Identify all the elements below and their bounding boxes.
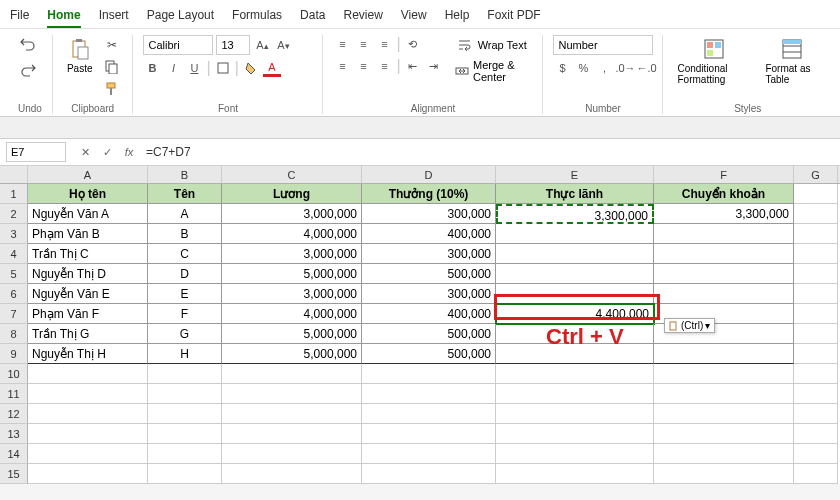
cell-F1[interactable]: Chuyển khoản bbox=[654, 184, 794, 204]
cell-D15[interactable] bbox=[362, 464, 496, 484]
cell-D4[interactable]: 300,000 bbox=[362, 244, 496, 264]
cell-B12[interactable] bbox=[148, 404, 222, 424]
underline-button[interactable]: U bbox=[185, 59, 203, 77]
align-left-icon[interactable]: ≡ bbox=[333, 57, 351, 75]
cell-B11[interactable] bbox=[148, 384, 222, 404]
cell-C15[interactable] bbox=[222, 464, 362, 484]
orientation-icon[interactable]: ⟲ bbox=[404, 35, 422, 53]
cell-A7[interactable]: Phạm Văn F bbox=[28, 304, 148, 324]
cell-B10[interactable] bbox=[148, 364, 222, 384]
cell-E8[interactable] bbox=[496, 324, 654, 344]
menu-file[interactable]: File bbox=[10, 4, 29, 28]
row-header[interactable]: 4 bbox=[0, 244, 28, 264]
row-header[interactable]: 1 bbox=[0, 184, 28, 204]
col-header-C[interactable]: C bbox=[222, 166, 362, 183]
cell-A1[interactable]: Họ tên bbox=[28, 184, 148, 204]
currency-icon[interactable]: $ bbox=[553, 59, 571, 77]
cell-E7[interactable]: 4,400,000 bbox=[496, 304, 654, 324]
cell-A6[interactable]: Nguyễn Văn E bbox=[28, 284, 148, 304]
cell-C4[interactable]: 3,000,000 bbox=[222, 244, 362, 264]
cell-C13[interactable] bbox=[222, 424, 362, 444]
cell-G9[interactable] bbox=[794, 344, 838, 364]
cell-D5[interactable]: 500,000 bbox=[362, 264, 496, 284]
cell-A14[interactable] bbox=[28, 444, 148, 464]
cell-A9[interactable]: Nguyễn Thị H bbox=[28, 344, 148, 364]
cell-E14[interactable] bbox=[496, 444, 654, 464]
cell-F9[interactable] bbox=[654, 344, 794, 364]
cell-A13[interactable] bbox=[28, 424, 148, 444]
cell-D10[interactable] bbox=[362, 364, 496, 384]
cell-G13[interactable] bbox=[794, 424, 838, 444]
cancel-formula-icon[interactable]: ✕ bbox=[76, 143, 94, 161]
cell-D11[interactable] bbox=[362, 384, 496, 404]
align-bottom-icon[interactable]: ≡ bbox=[375, 35, 393, 53]
cell-C12[interactable] bbox=[222, 404, 362, 424]
menu-formulas[interactable]: Formulas bbox=[232, 4, 282, 28]
increase-indent-icon[interactable]: ⇥ bbox=[425, 57, 443, 75]
menu-insert[interactable]: Insert bbox=[99, 4, 129, 28]
align-top-icon[interactable]: ≡ bbox=[333, 35, 351, 53]
cell-G1[interactable] bbox=[794, 184, 838, 204]
row-header[interactable]: 6 bbox=[0, 284, 28, 304]
cell-F10[interactable] bbox=[654, 364, 794, 384]
number-format-select[interactable] bbox=[553, 35, 653, 55]
col-header-F[interactable]: F bbox=[654, 166, 794, 183]
cell-G7[interactable] bbox=[794, 304, 838, 324]
row-header[interactable]: 3 bbox=[0, 224, 28, 244]
cell-E10[interactable] bbox=[496, 364, 654, 384]
cell-B9[interactable]: H bbox=[148, 344, 222, 364]
copy-icon[interactable] bbox=[102, 57, 122, 77]
cell-C11[interactable] bbox=[222, 384, 362, 404]
increase-decimal-icon[interactable]: .0→ bbox=[616, 59, 634, 77]
fill-color-button[interactable] bbox=[242, 59, 260, 77]
align-right-icon[interactable]: ≡ bbox=[375, 57, 393, 75]
cell-D13[interactable] bbox=[362, 424, 496, 444]
row-header[interactable]: 14 bbox=[0, 444, 28, 464]
cell-D1[interactable]: Thưởng (10%) bbox=[362, 184, 496, 204]
enter-formula-icon[interactable]: ✓ bbox=[98, 143, 116, 161]
cell-E11[interactable] bbox=[496, 384, 654, 404]
cell-B6[interactable]: E bbox=[148, 284, 222, 304]
row-header[interactable]: 7 bbox=[0, 304, 28, 324]
cell-A4[interactable]: Trần Thị C bbox=[28, 244, 148, 264]
cell-D3[interactable]: 400,000 bbox=[362, 224, 496, 244]
cell-A2[interactable]: Nguyễn Văn A bbox=[28, 204, 148, 224]
cell-E4[interactable] bbox=[496, 244, 654, 264]
cell-F14[interactable] bbox=[654, 444, 794, 464]
cell-G6[interactable] bbox=[794, 284, 838, 304]
cell-E2[interactable]: 3,300,000 bbox=[496, 204, 654, 224]
cell-D14[interactable] bbox=[362, 444, 496, 464]
cell-D9[interactable]: 500,000 bbox=[362, 344, 496, 364]
cell-F4[interactable] bbox=[654, 244, 794, 264]
undo-icon[interactable] bbox=[18, 35, 38, 55]
merge-center-button[interactable]: Merge & Center bbox=[455, 59, 533, 83]
cell-F2[interactable]: 3,300,000 bbox=[654, 204, 794, 224]
italic-button[interactable]: I bbox=[164, 59, 182, 77]
cell-G14[interactable] bbox=[794, 444, 838, 464]
cell-C6[interactable]: 3,000,000 bbox=[222, 284, 362, 304]
cell-B5[interactable]: D bbox=[148, 264, 222, 284]
cell-C7[interactable]: 4,000,000 bbox=[222, 304, 362, 324]
cell-B4[interactable]: C bbox=[148, 244, 222, 264]
comma-icon[interactable]: , bbox=[595, 59, 613, 77]
cell-G12[interactable] bbox=[794, 404, 838, 424]
percent-icon[interactable]: % bbox=[574, 59, 592, 77]
cell-E5[interactable] bbox=[496, 264, 654, 284]
font-color-button[interactable]: A bbox=[263, 59, 281, 77]
decrease-font-icon[interactable]: A▾ bbox=[274, 36, 292, 54]
menu-review[interactable]: Review bbox=[343, 4, 382, 28]
cell-G2[interactable] bbox=[794, 204, 838, 224]
menu-foxit-pdf[interactable]: Foxit PDF bbox=[487, 4, 540, 28]
redo-icon[interactable] bbox=[18, 61, 38, 81]
cell-E3[interactable] bbox=[496, 224, 654, 244]
menu-data[interactable]: Data bbox=[300, 4, 325, 28]
row-header[interactable]: 8 bbox=[0, 324, 28, 344]
wrap-text-button[interactable]: Wrap Text bbox=[455, 35, 533, 55]
cell-D7[interactable]: 400,000 bbox=[362, 304, 496, 324]
col-header-G[interactable]: G bbox=[794, 166, 838, 183]
row-header[interactable]: 10 bbox=[0, 364, 28, 384]
decrease-decimal-icon[interactable]: ←.0 bbox=[637, 59, 655, 77]
row-header[interactable]: 11 bbox=[0, 384, 28, 404]
cell-G5[interactable] bbox=[794, 264, 838, 284]
row-header[interactable]: 5 bbox=[0, 264, 28, 284]
